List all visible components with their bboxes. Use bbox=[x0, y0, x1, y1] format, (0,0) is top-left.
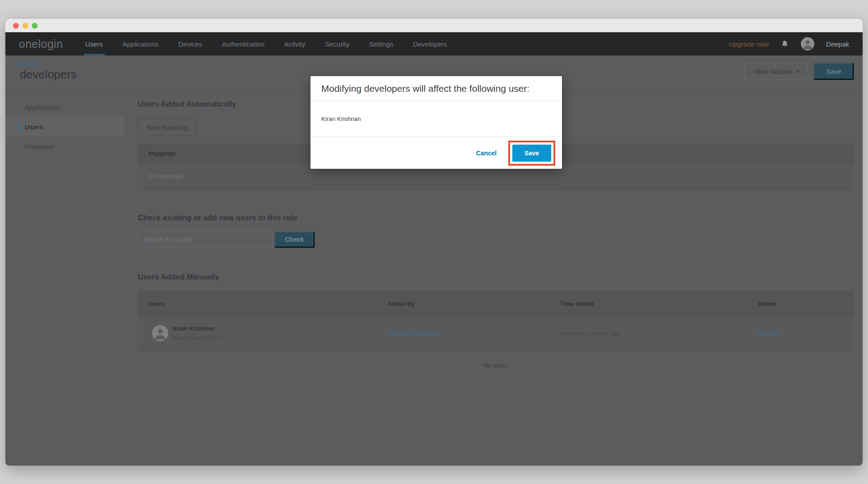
nav-item-settings[interactable]: Settings bbox=[359, 32, 403, 56]
nav-item-devices[interactable]: Devices bbox=[169, 32, 212, 56]
nav-item-applications[interactable]: Applications bbox=[113, 32, 169, 56]
modal-affected-user: Kiran Krishnan bbox=[311, 101, 562, 137]
user-email: kiran@boxyhq.com bbox=[173, 334, 222, 341]
nav-item-users[interactable]: Users bbox=[76, 32, 113, 56]
bell-icon[interactable] bbox=[780, 39, 789, 48]
modal-title: Modifying developers will affect the fol… bbox=[311, 76, 562, 101]
nav-item-authentication[interactable]: Authentication bbox=[212, 32, 274, 56]
user-avatar-icon[interactable] bbox=[801, 37, 814, 51]
no-users-empty-state: No users bbox=[138, 362, 854, 369]
new-mapping-button[interactable]: New Mapping bbox=[138, 119, 196, 136]
sidebar-item-applications[interactable]: Applications bbox=[5, 97, 123, 117]
table-row: Kiran Krishnan kiran@boxyhq.com Deepak P… bbox=[138, 315, 854, 351]
users-added-manually-title: Users Added Manually bbox=[138, 273, 854, 282]
modal-save-button[interactable]: Save bbox=[512, 145, 551, 162]
top-navbar: onelogin Users Applications Devices Auth… bbox=[5, 32, 863, 56]
nav-item-activity[interactable]: Activity bbox=[274, 32, 315, 56]
navbar-right: Upgrade now Deepak bbox=[729, 37, 849, 51]
current-user-label[interactable]: Deepak bbox=[826, 40, 849, 48]
modal-cancel-button[interactable]: Cancel bbox=[476, 150, 497, 157]
zoom-window-icon[interactable] bbox=[32, 23, 38, 29]
minimize-window-icon[interactable] bbox=[22, 23, 28, 29]
sidebar-item-privileges[interactable]: Privileges bbox=[5, 137, 123, 156]
role-sidebar: Applications Users Privileges bbox=[5, 91, 123, 465]
remove-user-link[interactable]: Remove bbox=[758, 330, 854, 337]
column-header-time-added: Time Added bbox=[561, 300, 758, 307]
check-users-title: Check existing or add new users to this … bbox=[138, 214, 854, 223]
user-name: Kiran Krishnan bbox=[173, 325, 222, 332]
user-search-row: Check bbox=[138, 231, 854, 248]
column-header-action: Action bbox=[758, 300, 854, 307]
user-identity: Kiran Krishnan kiran@boxyhq.com bbox=[173, 325, 222, 341]
nav-menu: Users Applications Devices Authenticatio… bbox=[76, 32, 457, 56]
confirm-save-modal: Modifying developers will affect the fol… bbox=[311, 76, 562, 169]
onelogin-logo: onelogin bbox=[19, 38, 63, 51]
sidebar-item-users[interactable]: Users bbox=[5, 117, 123, 137]
user-avatar-icon bbox=[152, 325, 168, 341]
manual-users-table: Users Added By Time Added Action bbox=[138, 291, 854, 351]
upgrade-now-link[interactable]: Upgrade now bbox=[729, 40, 769, 48]
close-window-icon[interactable] bbox=[13, 23, 19, 29]
nav-item-developers[interactable]: Developers bbox=[403, 32, 457, 56]
check-button[interactable]: Check bbox=[274, 231, 315, 248]
table-header-row: Users Added By Time Added Action bbox=[138, 292, 854, 315]
modal-footer: Cancel Save bbox=[311, 137, 562, 169]
column-header-added-by: Added By bbox=[387, 300, 561, 307]
added-by-link[interactable]: Deepak Prabhakara bbox=[387, 330, 561, 337]
page-title: developers bbox=[20, 68, 77, 81]
search-user-input[interactable] bbox=[138, 231, 273, 248]
role-save-button[interactable]: Save bbox=[813, 63, 854, 80]
save-button-highlight-annotation: Save bbox=[508, 141, 555, 166]
user-cell: Kiran Krishnan kiran@boxyhq.com bbox=[149, 325, 387, 341]
column-header-users: Users bbox=[149, 300, 387, 307]
time-added-value: less than a minute ago bbox=[561, 330, 758, 337]
desktop-background: onelogin Users Applications Devices Auth… bbox=[0, 0, 868, 484]
more-actions-label: More Actions bbox=[753, 68, 792, 75]
more-actions-button[interactable]: More Actions ▾ bbox=[745, 63, 808, 80]
chevron-down-icon: ▾ bbox=[797, 69, 800, 74]
breadcrumb[interactable]: Roles / bbox=[20, 60, 39, 68]
nav-item-security[interactable]: Security bbox=[315, 32, 359, 56]
header-actions: More Actions ▾ Save bbox=[745, 63, 854, 80]
window-titlebar bbox=[5, 19, 863, 32]
